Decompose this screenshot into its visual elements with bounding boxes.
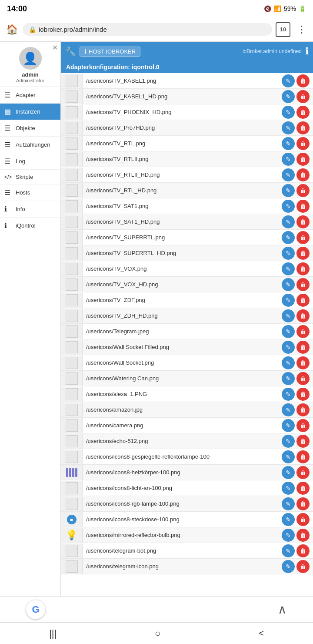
file-thumbnail: [61, 277, 83, 292]
edit-button[interactable]: ✎: [282, 482, 295, 495]
sidebar-item-adapter[interactable]: ☰ Adapter: [0, 87, 60, 104]
browser-home-button[interactable]: 🏠: [4, 22, 19, 37]
delete-button[interactable]: 🗑: [296, 137, 310, 150]
edit-button[interactable]: ✎: [282, 325, 295, 338]
edit-button[interactable]: ✎: [282, 247, 295, 260]
delete-button[interactable]: 🗑: [296, 294, 310, 307]
edit-button[interactable]: ✎: [282, 372, 295, 385]
delete-button[interactable]: 🗑: [296, 231, 310, 244]
delete-button[interactable]: 🗑: [296, 121, 310, 134]
delete-button[interactable]: 🗑: [296, 247, 310, 260]
delete-button[interactable]: 🗑: [296, 309, 310, 322]
edit-button[interactable]: ✎: [282, 294, 295, 307]
edit-button[interactable]: ✎: [282, 137, 295, 150]
edit-button[interactable]: ✎: [282, 435, 295, 448]
edit-button[interactable]: ✎: [282, 497, 295, 510]
host-badge[interactable]: ℹ HOST IOBROKER: [80, 47, 140, 57]
edit-button[interactable]: ✎: [282, 419, 295, 432]
delete-button[interactable]: 🗑: [296, 262, 310, 275]
file-thumbnail: [61, 152, 83, 167]
edit-button[interactable]: ✎: [282, 262, 295, 275]
file-actions: ✎🗑: [278, 388, 313, 401]
edit-button[interactable]: ✎: [282, 388, 295, 401]
edit-button[interactable]: ✎: [282, 106, 295, 119]
edit-button[interactable]: ✎: [282, 231, 295, 244]
sidebar-item-iqontrol[interactable]: ℹ iQontrol: [0, 218, 60, 234]
delete-button[interactable]: 🗑: [296, 529, 310, 542]
edit-button[interactable]: ✎: [282, 153, 295, 166]
browser-url-bar[interactable]: 🔒 iobroker.pro/admin/inde: [23, 23, 272, 36]
sidebar-item-aufzaehlungen[interactable]: ☰ Aufzählungen: [0, 137, 60, 153]
image-placeholder: [66, 200, 78, 212]
delete-button[interactable]: 🗑: [296, 419, 310, 432]
edit-button[interactable]: ✎: [282, 466, 295, 479]
sidebar-item-instanzen[interactable]: ▦ Instanzen: [0, 104, 60, 120]
delete-button[interactable]: 🗑: [296, 341, 310, 354]
browser-tabs-button[interactable]: 10: [276, 22, 290, 37]
delete-button[interactable]: 🗑: [296, 90, 310, 103]
delete-button[interactable]: 🗑: [296, 497, 310, 510]
delete-button[interactable]: 🗑: [296, 184, 310, 197]
delete-button[interactable]: 🗑: [296, 466, 310, 479]
edit-button[interactable]: ✎: [282, 90, 295, 103]
scroll-top-button[interactable]: ∧: [278, 602, 287, 617]
sidebar-item-skripte[interactable]: </> Skripte: [0, 170, 60, 184]
toolbar-info-icon[interactable]: ℹ: [305, 46, 309, 57]
image-placeholder: [66, 294, 78, 306]
file-name: /usericons/TV_SUPERRTL.png: [83, 232, 278, 242]
edit-button[interactable]: ✎: [282, 341, 295, 354]
sidebar-item-info[interactable]: ℹ Info: [0, 201, 60, 218]
delete-button[interactable]: 🗑: [296, 403, 310, 416]
sidebar-close-button[interactable]: ✕: [52, 44, 58, 52]
google-button[interactable]: G: [26, 600, 45, 619]
edit-button[interactable]: ✎: [282, 309, 295, 322]
edit-button[interactable]: ✎: [282, 215, 295, 228]
edit-button[interactable]: ✎: [282, 529, 295, 542]
delete-button[interactable]: 🗑: [296, 513, 310, 526]
phone-menu-button[interactable]: |||: [49, 628, 57, 639]
edit-button[interactable]: ✎: [282, 544, 295, 557]
delete-button[interactable]: 🗑: [296, 74, 310, 87]
delete-button[interactable]: 🗑: [296, 168, 310, 181]
delete-button[interactable]: 🗑: [296, 153, 310, 166]
phone-home-button[interactable]: ○: [155, 628, 160, 639]
delete-button[interactable]: 🗑: [296, 372, 310, 385]
edit-button[interactable]: ✎: [282, 168, 295, 181]
delete-button[interactable]: 🗑: [296, 388, 310, 401]
edit-button[interactable]: ✎: [282, 513, 295, 526]
edit-button[interactable]: ✎: [282, 450, 295, 463]
file-thumbnail: [61, 324, 83, 339]
sidebar-item-hosts[interactable]: ☰ Hosts: [0, 184, 60, 201]
edit-button[interactable]: ✎: [282, 200, 295, 213]
file-name: /usericons/telegram-icon.png: [83, 561, 278, 571]
edit-button[interactable]: ✎: [282, 356, 295, 369]
image-placeholder: [66, 357, 78, 369]
delete-button[interactable]: 🗑: [296, 356, 310, 369]
edit-button[interactable]: ✎: [282, 278, 295, 291]
edit-button[interactable]: ✎: [282, 121, 295, 134]
bulb-icon: 💡: [66, 530, 77, 541]
edit-button[interactable]: ✎: [282, 184, 295, 197]
sidebar-item-objekte[interactable]: ☰ Objekte: [0, 120, 60, 137]
settings-icon[interactable]: 🔧: [65, 46, 76, 57]
delete-button[interactable]: 🗑: [296, 325, 310, 338]
file-actions: ✎🗑: [278, 74, 313, 87]
browser-menu-button[interactable]: ⋮: [294, 22, 309, 37]
delete-button[interactable]: 🗑: [296, 450, 310, 463]
delete-button[interactable]: 🗑: [296, 215, 310, 228]
edit-button[interactable]: ✎: [282, 74, 295, 87]
delete-button[interactable]: 🗑: [296, 482, 310, 495]
edit-button[interactable]: ✎: [282, 560, 295, 573]
delete-button[interactable]: 🗑: [296, 560, 310, 573]
file-name: /usericons/Telegram.jpeg: [83, 326, 278, 336]
delete-button[interactable]: 🗑: [296, 106, 310, 119]
image-placeholder: [66, 435, 78, 447]
phone-back-button[interactable]: <: [259, 628, 264, 638]
delete-button[interactable]: 🗑: [296, 544, 310, 557]
delete-button[interactable]: 🗑: [296, 278, 310, 291]
file-name: /usericons/TV_SAT1_HD.png: [83, 217, 278, 227]
sidebar-item-log[interactable]: ☰ Log: [0, 153, 60, 170]
delete-button[interactable]: 🗑: [296, 435, 310, 448]
edit-button[interactable]: ✎: [282, 403, 295, 416]
delete-button[interactable]: 🗑: [296, 200, 310, 213]
